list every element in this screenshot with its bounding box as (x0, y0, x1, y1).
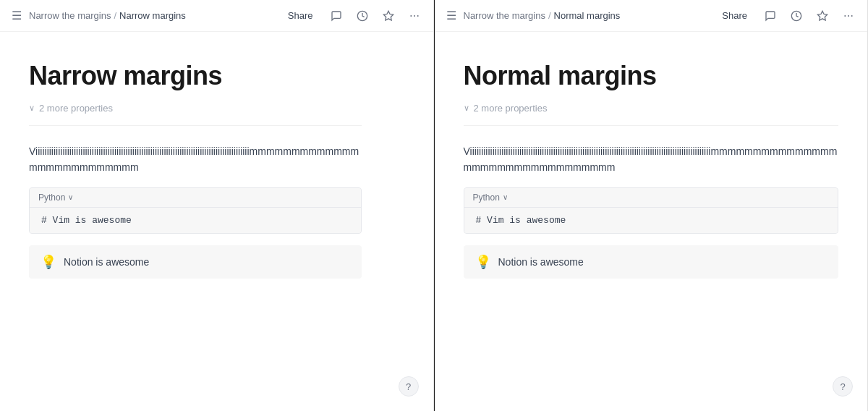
right-code-block: Python ∨ # Vim is awesome (464, 187, 839, 234)
right-help-button[interactable]: ? (833, 376, 853, 397)
left-callout-text: Notion is awesome (64, 256, 149, 268)
right-callout-block: 💡 Notion is awesome (464, 245, 839, 279)
svg-point-9 (851, 15, 853, 17)
right-code-lang: Python (473, 192, 500, 203)
left-panel: ☰ Narrow the margins / Narrow margins Sh… (0, 0, 434, 411)
left-code-content: # Vim is awesome (30, 208, 361, 233)
left-properties-chevron: ∨ (29, 103, 35, 113)
right-code-lang-chevron: ∨ (503, 193, 508, 201)
right-comment-button[interactable] (760, 6, 780, 26)
right-code-lang-bar[interactable]: Python ∨ (464, 188, 838, 208)
left-callout-block: 💡 Notion is awesome (29, 245, 362, 279)
left-code-lang-bar[interactable]: Python ∨ (30, 188, 361, 208)
svg-point-4 (417, 15, 418, 17)
right-properties-chevron: ∨ (464, 103, 469, 113)
right-menu-icon[interactable]: ☰ (443, 6, 459, 25)
left-more-button[interactable] (404, 6, 425, 26)
right-topbar-left: ☰ Narrow the margins / Normal margins (443, 6, 710, 25)
left-star-button[interactable] (378, 6, 399, 26)
right-topbar-actions: Share (715, 6, 859, 26)
svg-point-8 (848, 15, 849, 17)
right-code-content: # Vim is awesome (464, 208, 838, 233)
right-more-button[interactable] (838, 6, 859, 26)
left-topbar-left: ☰ Narrow the margins / Narrow margins (9, 6, 275, 25)
left-breadcrumb-parent[interactable]: Narrow the margins (29, 10, 111, 21)
right-breadcrumb-parent[interactable]: Narrow the margins (464, 10, 545, 21)
right-history-button[interactable] (786, 6, 807, 26)
left-page-title: Narrow margins (29, 61, 362, 91)
left-history-button[interactable] (352, 6, 373, 26)
right-breadcrumb: Narrow the margins / Normal margins (464, 10, 621, 21)
svg-marker-6 (817, 11, 827, 20)
svg-marker-1 (383, 11, 393, 20)
left-topbar-actions: Share (281, 6, 425, 26)
right-properties-row[interactable]: ∨ 2 more properties (464, 103, 839, 126)
left-comment-button[interactable] (326, 6, 346, 26)
left-content: Narrow margins ∨ 2 more properties Viiii… (0, 32, 391, 411)
left-breadcrumb-current: Narrow margins (119, 10, 186, 21)
right-body-text: Viiiiiiiiiiiiiiiiiiiiiiiiiiiiiiiiiiiiiii… (464, 143, 839, 176)
left-callout-emoji: 💡 (41, 254, 56, 270)
left-breadcrumb-sep: / (114, 10, 116, 21)
right-content: Normal margins ∨ 2 more properties Viiii… (435, 32, 868, 411)
left-share-button[interactable]: Share (281, 7, 320, 24)
svg-point-7 (844, 15, 846, 17)
left-breadcrumb: Narrow the margins / Narrow margins (29, 10, 186, 21)
right-page-title: Normal margins (464, 61, 839, 91)
right-panel: ☰ Narrow the margins / Normal margins Sh… (435, 0, 869, 411)
right-topbar: ☰ Narrow the margins / Normal margins Sh… (435, 0, 868, 32)
right-properties-label: 2 more properties (474, 103, 548, 114)
left-topbar: ☰ Narrow the margins / Narrow margins Sh… (0, 0, 433, 32)
svg-point-3 (414, 15, 415, 17)
left-code-lang: Python (38, 192, 65, 203)
left-code-block: Python ∨ # Vim is awesome (29, 187, 362, 234)
left-help-button[interactable]: ? (399, 376, 419, 397)
left-body-text: Viiiiiiiiiiiiiiiiiiiiiiiiiiiiiiiiiiiiiii… (29, 143, 362, 176)
left-menu-icon[interactable]: ☰ (9, 6, 25, 25)
right-share-button[interactable]: Share (715, 7, 754, 24)
right-breadcrumb-current: Normal margins (554, 10, 621, 21)
right-callout-text: Notion is awesome (498, 256, 584, 268)
right-breadcrumb-sep: / (548, 10, 551, 21)
left-code-lang-chevron: ∨ (68, 193, 73, 201)
right-star-button[interactable] (812, 6, 833, 26)
svg-point-2 (410, 15, 412, 17)
left-properties-label: 2 more properties (39, 103, 113, 114)
right-callout-emoji: 💡 (475, 254, 491, 270)
left-properties-row[interactable]: ∨ 2 more properties (29, 103, 362, 126)
